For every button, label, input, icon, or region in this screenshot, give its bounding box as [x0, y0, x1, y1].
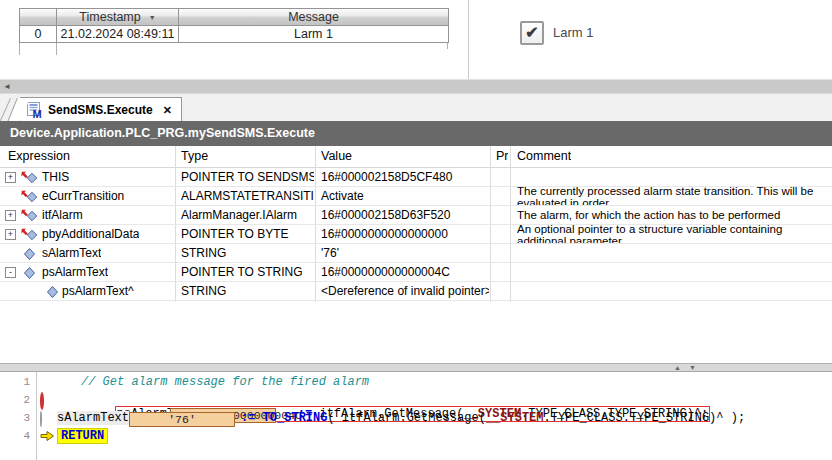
watch-row[interactable]: + pbyAdditionalData POINTER TO BYTE 16#0… — [0, 225, 832, 244]
method-icon: M — [27, 102, 43, 118]
expression-cell: THIS — [42, 170, 69, 184]
line-number: 2 — [0, 394, 30, 406]
local-variable-icon — [44, 285, 61, 298]
type-cell: ALARMSTATETRANSITION — [181, 189, 314, 203]
row-index-cell: 0 — [20, 26, 57, 43]
col-header-expression[interactable]: Expression — [8, 149, 70, 163]
line-number: 1 — [0, 376, 30, 388]
code-comment: // Get alarm message for the fired alarm — [57, 375, 369, 389]
col-header-timestamp[interactable]: Timestamp ▼ — [57, 9, 179, 26]
code-line-4: 4 RETURN — [0, 428, 832, 446]
line-number: 3 — [0, 412, 30, 424]
expression-cell: itfAlarm — [42, 208, 83, 222]
watch-row[interactable]: + itfAlarm AlarmManager.IAlarm 16#000002… — [0, 206, 832, 225]
value-cell: Activate — [321, 189, 489, 203]
breakpoint-disabled-icon[interactable] — [40, 412, 56, 426]
timestamp-cell: 21.02.2024 08:49:11 — [57, 26, 179, 43]
table-grid-stub — [56, 43, 57, 55]
col-header-value[interactable]: Value — [321, 149, 352, 163]
code-line-2: 2 psAlarmText16#000000000000004C:= itfAl… — [0, 392, 832, 410]
col-header-comment[interactable]: Comment — [517, 149, 571, 163]
table-grid-stub — [19, 43, 20, 55]
col-header-prepared-value[interactable]: Prepared value — [496, 149, 508, 163]
scroll-left-arrow-icon[interactable]: ◄ — [3, 82, 11, 91]
watch-table-header: Expression Type Value Prepared value Com… — [0, 146, 832, 168]
expression-cell: psAlarmText — [42, 265, 108, 279]
splitter-up-icon[interactable]: ▲ — [674, 363, 681, 372]
expression-cell: psAlarmText^ — [62, 284, 134, 298]
visualization-panel: Timestamp ▼ Message 0 21.02.2024 08:49:1… — [0, 0, 832, 79]
code-line-1: 1 // Get alarm message for the fired ala… — [0, 374, 832, 392]
assign-operator: := — [241, 411, 263, 425]
code-editor: 1 // Get alarm message for the fired ala… — [0, 372, 832, 460]
larm1-checkbox-label: Larm 1 — [553, 25, 593, 40]
line-number: 4 — [0, 430, 30, 442]
expand-plus-icon[interactable]: + — [5, 210, 16, 221]
expand-plus-icon[interactable]: + — [5, 229, 16, 240]
panel-divider — [468, 0, 469, 79]
type-cell: POINTER TO SENDSMS — [181, 170, 314, 184]
to-string-keyword: TO_STRING — [263, 411, 328, 425]
expand-plus-icon[interactable]: + — [5, 172, 16, 183]
horizontal-scrollbar[interactable]: ◄ — [0, 79, 832, 93]
comment-cell: The alarm, for which the action has to b… — [517, 209, 830, 221]
expression-cell: pbyAdditionalData — [42, 227, 139, 241]
editor-tab-strip: M SendSMS.Execute ✕ — [0, 93, 832, 121]
message-cell: Larm 1 — [179, 26, 449, 43]
input-variable-icon — [21, 171, 38, 184]
local-variable-icon — [21, 247, 38, 260]
value-cell: 16#0000000000000000 — [321, 227, 489, 241]
value-cell: <Dereference of invalid pointer> — [321, 284, 489, 298]
code-lhs: sAlarmText — [57, 411, 129, 425]
tab-sendsms-execute[interactable]: M SendSMS.Execute ✕ — [20, 97, 182, 122]
watch-row[interactable]: psAlarmText^ STRING <Dereference of inva… — [0, 282, 832, 301]
value-cell: '76' — [321, 246, 489, 260]
system-namespace: __SYSTEM — [486, 411, 544, 425]
comment-cell: The currently processed alarm state tran… — [517, 187, 830, 206]
code-call: ( itfAlarm.GetMessage( — [327, 411, 485, 425]
pane-splitter[interactable]: ▲ ▼ — [0, 363, 832, 372]
type-cell: POINTER TO BYTE — [181, 227, 314, 241]
type-cell: POINTER TO STRING — [181, 265, 314, 279]
return-keyword-highlighted: RETURN — [57, 428, 108, 444]
watch-row[interactable]: eCurrTransition ALARMSTATETRANSITION Act… — [0, 187, 832, 206]
col-header-timestamp-label: Timestamp — [79, 10, 140, 24]
inline-value-monitor[interactable]: '76' — [129, 412, 235, 427]
type-cell: STRING — [181, 284, 314, 298]
watch-row[interactable]: - psAlarmText POINTER TO STRING 16#00000… — [0, 263, 832, 282]
svg-text:M: M — [33, 108, 42, 119]
sort-desc-icon: ▼ — [149, 14, 156, 21]
col-header-message[interactable]: Message — [179, 9, 449, 26]
col-header-type[interactable]: Type — [181, 149, 208, 163]
alarm-history-table: Timestamp ▼ Message 0 21.02.2024 08:49:1… — [19, 8, 449, 43]
splitter-down-icon[interactable]: ▼ — [689, 363, 696, 372]
alarm-table-header-row: Timestamp ▼ Message — [20, 9, 449, 26]
input-variable-icon — [21, 209, 38, 222]
breadcrumb: Device.Application.PLC_PRG.mySendSMS.Exe… — [0, 121, 832, 146]
code-line-3: 3 sAlarmText'76':= TO_STRING( itfAlarm.G… — [0, 410, 832, 428]
input-variable-icon — [21, 228, 38, 241]
expression-cell: eCurrTransition — [42, 189, 124, 203]
tab-label: SendSMS.Execute — [48, 103, 153, 117]
codesys-ide-screen: Timestamp ▼ Message 0 21.02.2024 08:49:1… — [0, 0, 832, 460]
larm1-checkbox[interactable]: ✔ — [520, 21, 544, 45]
type-cell: AlarmManager.IAlarm — [181, 208, 314, 222]
close-icon[interactable]: ✕ — [163, 104, 172, 117]
value-cell: 16#000002158D63F520 — [321, 208, 489, 222]
input-variable-icon — [21, 190, 38, 203]
breakpoint-enabled-icon[interactable] — [40, 394, 56, 408]
value-cell: 16#000000000000004C — [321, 265, 489, 279]
watch-row[interactable]: + THIS POINTER TO SENDSMS 16#000002158D5… — [0, 168, 832, 187]
table-row[interactable]: 0 21.02.2024 08:49:11 Larm 1 — [20, 26, 449, 43]
expression-cell: sAlarmText — [42, 246, 101, 260]
comment-cell: An optional pointer to a structure varia… — [517, 225, 830, 244]
collapse-minus-icon[interactable]: - — [5, 267, 16, 278]
col-header-index[interactable] — [20, 9, 57, 26]
value-cell: 16#000002158D5CF480 — [321, 170, 489, 184]
execution-pointer-icon — [40, 430, 56, 444]
local-variable-icon — [21, 266, 38, 279]
code-tail: .TYPE_CLASS.TYPE_STRING)^ ); — [543, 411, 745, 425]
watch-row[interactable]: sAlarmText STRING '76' — [0, 244, 832, 263]
table-grid-stub — [447, 43, 448, 49]
checkmark-icon: ✔ — [525, 25, 538, 41]
